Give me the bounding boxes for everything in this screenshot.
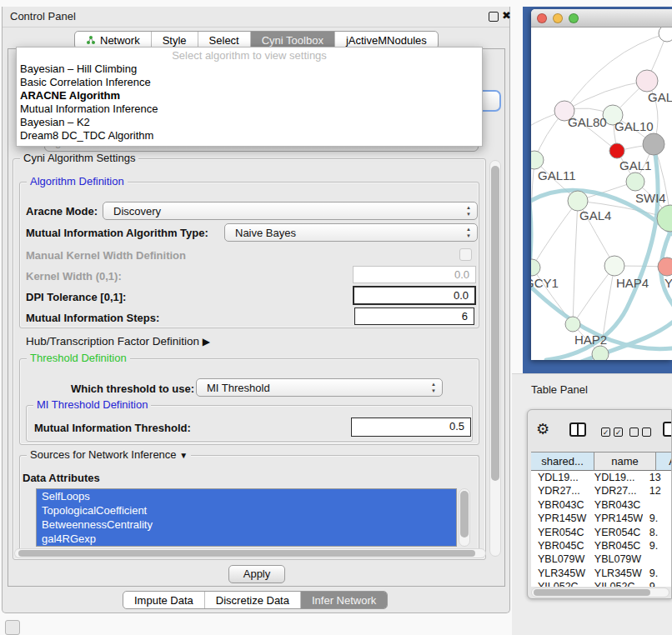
node-unlabeled[interactable] <box>643 133 664 155</box>
tab-style[interactable]: Style <box>152 32 198 48</box>
bottom-left-panel-icon[interactable] <box>5 620 20 635</box>
kernel-width-field[interactable]: 0.0 <box>353 266 476 283</box>
tab-impute-data[interactable]: Impute Data <box>123 592 205 608</box>
algorithm-option-bayesian-hill-climbing[interactable]: Bayesian – Hill Climbing <box>17 62 482 76</box>
expanded-arrow-icon[interactable]: ▼ <box>179 451 188 460</box>
scrollbar-thumb[interactable] <box>460 491 469 538</box>
apply-button[interactable]: Apply <box>228 565 285 583</box>
which-threshold-combo[interactable]: MI Threshold ▲▼ <box>196 378 443 397</box>
algorithm-option-aracne-algorithm[interactable]: ARACNE Algorithm <box>17 89 482 102</box>
network-view-window: GALGAL80GAL10GAL1GAL11SWI4GAL4GCY1HAP4YH… <box>531 9 672 360</box>
which-threshold-value: MI Threshold <box>207 382 270 394</box>
table-cell: 9. <box>643 512 672 525</box>
table-row[interactable]: YLR345WYLR345W9. <box>531 567 672 580</box>
tab-jactivemnodules[interactable]: jActiveMNodules <box>335 32 438 48</box>
panel-horizontal-scrollbar[interactable] <box>14 548 486 558</box>
mi-type-combo[interactable]: Naive Bayes ▲▼ <box>224 223 478 242</box>
node-gal[interactable] <box>636 70 658 92</box>
table-row[interactable]: YBL079WYBL079W <box>531 552 672 566</box>
node-gal11[interactable] <box>531 151 544 169</box>
attribute-item-gal4rgexp[interactable]: gal4RGexp <box>37 532 456 546</box>
select-all-checks-icon[interactable]: ✓ ✓ <box>601 428 623 437</box>
panel-vertical-scrollbar[interactable] <box>489 160 501 557</box>
tab-label: Style <box>163 34 187 47</box>
tab-cyni-toolbox[interactable]: Cyni Toolbox <box>251 32 335 48</box>
columns-icon[interactable] <box>569 422 586 437</box>
tab-infer-network[interactable]: Infer Network <box>301 592 387 608</box>
node-hap2[interactable] <box>565 317 580 332</box>
node-label-y: Y <box>664 276 672 290</box>
hub-definition-toggle[interactable]: Hub/Transcription Factor Definition ▶ <box>26 335 210 348</box>
table-cell: YBR043C <box>588 498 643 512</box>
tab-network[interactable]: Network <box>75 32 152 48</box>
table-row[interactable]: YPR145WYPR145W9. <box>531 512 672 525</box>
dpi-tolerance-field[interactable]: 0.0 <box>353 286 476 305</box>
node-unlabeled[interactable] <box>609 143 624 158</box>
mi-threshold-field[interactable]: 0.5 <box>351 418 471 437</box>
node-y[interactable] <box>658 258 672 276</box>
table-row[interactable]: YDR27...YDR27...12 <box>531 484 672 498</box>
unchecked-box-icon <box>642 428 651 437</box>
minimize-traffic-light[interactable] <box>553 13 563 23</box>
table-cell: 12 <box>643 484 672 498</box>
table-row[interactable]: YIL052CYIL052C9 <box>531 580 672 587</box>
node-label-gal: GAL <box>648 90 672 104</box>
close-icon[interactable]: ✖ <box>502 9 511 22</box>
table-cell: YLR345W <box>588 567 643 580</box>
node-hap4[interactable] <box>604 256 624 276</box>
algorithm-option-dream8-dc-tdc-algorithm[interactable]: Dream8 DC_TDC Algorithm <box>17 129 482 142</box>
manual-kernel-checkbox[interactable] <box>459 248 472 261</box>
scrollbar-thumb[interactable] <box>18 550 475 557</box>
attribute-item-topologicalcoefficient[interactable]: TopologicalCoefficient <box>37 503 456 518</box>
close-traffic-light[interactable] <box>537 13 547 23</box>
table-function-icon[interactable] <box>663 422 672 437</box>
gear-icon[interactable]: ⚙ <box>536 420 549 438</box>
table-row[interactable]: YER054CYER054C8. <box>531 526 672 539</box>
attributes-list-scrollbar[interactable] <box>459 488 470 547</box>
table-cell: YER054C <box>588 526 643 539</box>
table-cell: YDR27... <box>531 484 588 498</box>
node-gal1[interactable] <box>626 172 644 191</box>
algorithm-option-basic-correlation-inference[interactable]: Basic Correlation Inference <box>17 76 482 89</box>
zoom-traffic-light[interactable] <box>569 13 579 23</box>
attribute-item-selfloops[interactable]: SelfLoops <box>37 489 456 503</box>
bottom-tab-bar: Impute DataDiscretize DataInfer Network <box>123 591 388 609</box>
algorithm-option-bayesian-k2[interactable]: Bayesian – K2 <box>17 116 482 129</box>
tab-select[interactable]: Select <box>198 32 251 48</box>
algorithm-option-mutual-information-inference[interactable]: Mutual Information Inference <box>17 102 482 116</box>
table-row[interactable]: YDL19...YDL19...13 <box>531 471 672 484</box>
scrollbar-thumb[interactable] <box>491 166 499 481</box>
node-gcy1[interactable] <box>531 259 540 276</box>
node-label-gal10: GAL10 <box>614 119 654 133</box>
column-header-a[interactable]: A <box>656 452 672 471</box>
sources-title-text: Sources for Network Inference <box>30 448 177 461</box>
network-graph: GALGAL80GAL10GAL1GAL11SWI4GAL4GCY1HAP4YH… <box>531 28 672 360</box>
node-unlabeled[interactable] <box>659 28 672 42</box>
cyni-settings-group-title: Cyni Algorithm Settings <box>20 152 138 164</box>
table-row[interactable]: YBR045CYBR045C9. <box>531 539 672 552</box>
table-header-row: shared...nameA <box>531 452 672 471</box>
network-canvas[interactable]: GALGAL80GAL10GAL1GAL11SWI4GAL4GCY1HAP4YH… <box>531 28 672 360</box>
attribute-item-betweennesscentrality[interactable]: BetweennessCentrality <box>37 518 456 532</box>
algorithm-definition-title: Algorithm Definition <box>27 176 128 188</box>
tab-discretize-data[interactable]: Discretize Data <box>205 592 301 608</box>
table-horizontal-scrollbar[interactable] <box>531 588 669 598</box>
scrollbar-thumb[interactable] <box>534 589 650 596</box>
unselect-all-checks-icon[interactable] <box>629 428 651 437</box>
mi-type-label: Mutual Information Algorithm Type: <box>26 227 208 239</box>
node-unlabeled[interactable] <box>592 346 609 360</box>
float-window-icon[interactable] <box>489 12 499 22</box>
table-body: YDL19...YDL19...13YDR27...YDR27...12YBR0… <box>531 471 672 587</box>
column-header-shared-[interactable]: shared... <box>531 452 594 471</box>
mi-steps-field[interactable]: 6 <box>354 308 474 325</box>
column-header-name[interactable]: name <box>594 452 656 471</box>
aracne-mode-value: Discovery <box>113 205 161 218</box>
checked-box-icon: ✓ <box>601 428 610 437</box>
aracne-mode-combo[interactable]: Discovery ▲▼ <box>103 202 478 220</box>
collapsed-arrow-icon: ▶ <box>203 336 210 348</box>
network-window-titlebar[interactable] <box>531 9 672 28</box>
table-row[interactable]: YBR043CYBR043C <box>531 498 672 512</box>
combo-stepper-icon: ▲▼ <box>466 204 471 218</box>
threshold-definition-title: Threshold Definition <box>27 352 130 364</box>
table-cell: 8. <box>643 526 672 539</box>
